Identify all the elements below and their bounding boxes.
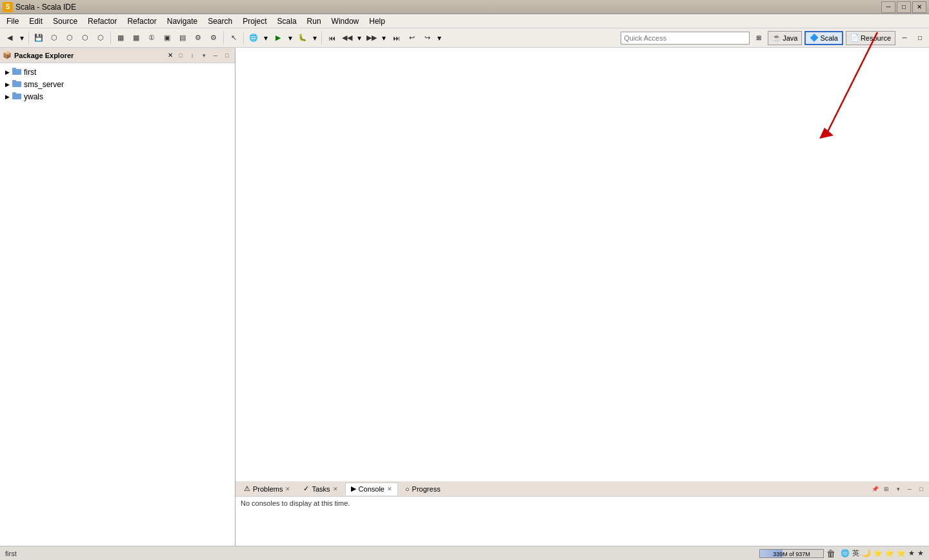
toolbar-btn11[interactable]: ⚙ [191, 31, 205, 45]
memory-bar: 339M of 937M [759, 549, 824, 558]
tab-tasks-label: Tasks [312, 485, 330, 493]
toolbar-btn7[interactable]: ▦ [129, 31, 143, 45]
toolbar-sep4 [243, 32, 244, 45]
tab-console-close[interactable]: ✕ [387, 486, 392, 492]
toolbar-nav-dropdown[interactable]: ▾ [355, 31, 363, 45]
console-maximize-btn[interactable]: □ [916, 484, 926, 494]
toolbar-fwd2-btn[interactable]: ↪ [420, 31, 434, 45]
toolbar-play-dropdown[interactable]: ▾ [286, 31, 294, 45]
panel-title: Package Explorer [14, 52, 165, 59]
tray-icon6: ★ [908, 549, 915, 557]
toolbar-btn4[interactable]: ⬡ [78, 31, 92, 45]
menu-window[interactable]: Window [326, 15, 365, 27]
toolbar-btn9[interactable]: ▣ [160, 31, 174, 45]
tab-progress-label: Progress [412, 485, 441, 493]
maximize-panel-btn[interactable]: □ [914, 32, 926, 45]
toolbar-run-btn[interactable]: 🌐 [246, 31, 261, 45]
console-pin-btn[interactable]: 📌 [870, 484, 880, 494]
gc-btn[interactable]: 🗑 [826, 548, 835, 559]
tab-console[interactable]: ▶ Console ✕ [345, 483, 398, 495]
maximize-button[interactable]: □ [897, 1, 911, 13]
folder-icon-ywals [12, 92, 21, 101]
console-icon: ▶ [351, 485, 356, 493]
tab-progress[interactable]: ○ Progress [399, 483, 446, 495]
menu-navigate[interactable]: Navigate [162, 15, 203, 27]
console-open-btn[interactable]: ⊞ [881, 484, 892, 494]
console-minimize-btn[interactable]: ─ [904, 484, 915, 494]
toolbar-debug-btn[interactable]: 🐛 [295, 31, 310, 45]
svg-rect-5 [12, 92, 16, 94]
tree-item-first[interactable]: ▶ first [0, 66, 235, 78]
panel-maximize-btn[interactable]: □ [222, 50, 232, 61]
toolbar-sep5 [321, 32, 322, 45]
menu-edit[interactable]: Edit [24, 15, 48, 27]
toolbar-back-btn[interactable]: ◀ [3, 31, 17, 45]
panel-menu-btn[interactable]: ▾ [199, 50, 209, 61]
app-icon: S [3, 2, 13, 12]
toolbar-play-btn[interactable]: ▶ [271, 31, 285, 45]
toolbar-next-btn[interactable]: ▶▶ [365, 31, 379, 45]
toolbar-save-btn[interactable]: 💾 [32, 31, 46, 45]
toolbar-btn8[interactable]: ① [145, 31, 159, 45]
console-content: No consoles to display at this time. [235, 497, 929, 546]
toolbar-debug-dropdown[interactable]: ▾ [311, 31, 319, 45]
menu-project[interactable]: Project [237, 15, 272, 27]
minimize-panel-btn[interactable]: ─ [898, 32, 911, 45]
toolbar-fwd-btn[interactable]: ↩ [405, 31, 419, 45]
expand-arrow-sms: ▶ [5, 81, 10, 88]
menu-search[interactable]: Search [203, 15, 237, 27]
tab-problems-label: Problems [253, 485, 283, 493]
perspective-java-btn[interactable]: ☕ Java [768, 31, 802, 45]
open-perspective-btn[interactable]: ⊞ [752, 32, 765, 45]
toolbar-btn12[interactable]: ⚙ [206, 31, 221, 45]
tree-item-label-first: first [24, 68, 36, 77]
menu-run[interactable]: Run [302, 15, 326, 27]
console-dropdown-btn[interactable]: ▾ [893, 484, 903, 494]
toolbar-prev-btn[interactable]: ⏮ [325, 31, 339, 45]
tree-item-ywals[interactable]: ▶ ywals [0, 90, 235, 103]
panel-close-icon[interactable]: ✕ [168, 52, 173, 59]
collapse-btn[interactable]: □ [175, 50, 186, 61]
status-project: first [5, 550, 17, 557]
toolbar-back-dropdown[interactable]: ▾ [18, 31, 26, 45]
tab-problems-close[interactable]: ✕ [285, 486, 290, 492]
quick-access-input[interactable] [621, 32, 750, 45]
toolbar-nav2-dropdown[interactable]: ▾ [380, 31, 388, 45]
tree-item-sms-server[interactable]: ▶ sms_server [0, 78, 235, 90]
perspective-resource-btn[interactable]: 📄 Resource [846, 31, 895, 45]
tray-icon7: ★ [917, 549, 924, 557]
panel-content: ▶ first ▶ [0, 63, 235, 546]
toolbar-btn10[interactable]: ▤ [175, 31, 190, 45]
sync-btn[interactable]: ↕ [187, 50, 197, 61]
menu-refactor1[interactable]: Refactor [83, 15, 122, 27]
toolbar-btn2[interactable]: ⬡ [47, 31, 61, 45]
tab-tasks-close[interactable]: ✕ [333, 486, 338, 492]
toolbar: ◀ ▾ 💾 ⬡ ⬡ ⬡ ⬡ ▦ ▦ ① ▣ ▤ ⚙ ⚙ ↖ 🌐 ▾ ▶ ▾ 🐛 … [0, 28, 929, 48]
panel-minimize-btn[interactable]: ─ [210, 50, 221, 61]
memory-indicator: 339M of 937M 🗑 [759, 548, 835, 559]
menu-source[interactable]: Source [48, 15, 83, 27]
resource-icon: 📄 [850, 34, 859, 42]
tab-tasks[interactable]: ✓ Tasks ✕ [297, 483, 343, 495]
toolbar-btn6[interactable]: ▦ [114, 31, 128, 45]
toolbar-next2-btn[interactable]: ⏭ [389, 31, 403, 45]
bottom-tab-controls: 📌 ⊞ ▾ ─ □ [870, 484, 926, 494]
menu-refactor2[interactable]: Refactor [122, 15, 161, 27]
right-editor: ⚠ Problems ✕ ✓ Tasks ✕ ▶ [235, 48, 929, 546]
editor-content [235, 48, 929, 481]
svg-rect-3 [12, 80, 16, 82]
menu-file[interactable]: File [1, 15, 24, 27]
toolbar-run-dropdown[interactable]: ▾ [262, 31, 270, 45]
menu-help[interactable]: Help [364, 15, 390, 27]
menu-scala[interactable]: Scala [272, 15, 302, 27]
perspective-scala-btn[interactable]: 🔷 Scala [804, 31, 843, 45]
toolbar-fwd-dropdown[interactable]: ▾ [435, 31, 443, 45]
toolbar-btn5[interactable]: ⬡ [94, 31, 108, 45]
toolbar-cursor-btn[interactable]: ↖ [226, 31, 241, 45]
toolbar-prev2-btn[interactable]: ◀◀ [340, 31, 354, 45]
close-button[interactable]: ✕ [912, 1, 926, 13]
toolbar-btn3[interactable]: ⬡ [63, 31, 77, 45]
tray-icon2: 🌙 [862, 549, 871, 557]
tab-problems[interactable]: ⚠ Problems ✕ [238, 483, 296, 495]
minimize-button[interactable]: ─ [881, 1, 895, 13]
